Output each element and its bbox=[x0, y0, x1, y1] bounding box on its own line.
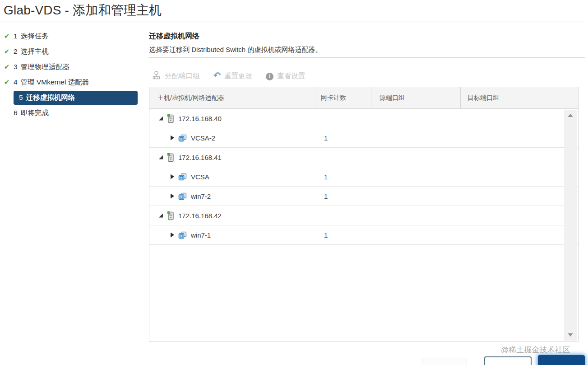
step-number: 4 bbox=[14, 78, 18, 86]
scroll-down-icon[interactable] bbox=[568, 333, 573, 337]
grid-header-row: 主机/虚拟机/网络适配器网卡计数源端口组目标端口组 bbox=[149, 87, 578, 109]
node-name: 172.16.168.41 bbox=[178, 154, 222, 161]
toolbar-undo[interactable]: ↶ 重置更改 bbox=[213, 71, 253, 81]
nic-count-cell: 1 bbox=[316, 192, 371, 200]
vm-icon bbox=[178, 231, 187, 239]
step-label: 选择主机 bbox=[21, 47, 49, 56]
name-cell: 172.16.168.40 bbox=[149, 114, 316, 123]
title-divider bbox=[0, 22, 585, 22]
host-icon bbox=[167, 153, 174, 162]
node-name: 172.16.168.42 bbox=[178, 212, 222, 220]
panel-heading: 迁移虚拟机网络 bbox=[149, 32, 199, 41]
sidebar-step-4[interactable]: ✔ 4 管理 VMkernel 适配器 bbox=[0, 75, 149, 90]
cancel-button[interactable] bbox=[422, 359, 467, 365]
step-number: 3 bbox=[14, 63, 18, 71]
sidebar-step-6[interactable]: ✔ 6 即将完成 bbox=[0, 105, 149, 121]
sidebar-step-2[interactable]: ✔ 2 选择主机 bbox=[0, 44, 149, 59]
host-icon bbox=[167, 211, 174, 220]
sidebar-step-1[interactable]: ✔ 1 选择任务 bbox=[0, 28, 149, 44]
scroll-up-icon[interactable] bbox=[568, 114, 573, 117]
node-name: VCSA-2 bbox=[191, 134, 215, 142]
vm-row[interactable]: VCSA-2 1 bbox=[149, 128, 578, 148]
toolbar-button-label: 查看设置 bbox=[277, 71, 305, 81]
expand-toggle-icon[interactable] bbox=[171, 233, 174, 238]
name-cell: 172.16.168.42 bbox=[149, 211, 316, 220]
collapse-toggle-icon[interactable] bbox=[159, 117, 163, 121]
page-title: Glab-VDS - 添加和管理主机 bbox=[4, 2, 162, 19]
back-button[interactable] bbox=[484, 356, 532, 365]
undo-icon: ↶ bbox=[213, 71, 221, 80]
toolbar-button-label: 分配端口组 bbox=[165, 71, 200, 81]
add-and-manage-hosts-wizard: { "window": { "title": "Glab-VDS - 添加和管理… bbox=[0, 0, 588, 365]
step-number: 1 bbox=[14, 32, 18, 40]
vm-icon bbox=[178, 192, 187, 200]
column-header-2[interactable]: 源端口组 bbox=[371, 87, 461, 108]
step-label: 即将完成 bbox=[21, 108, 49, 118]
nic-count-cell: 1 bbox=[316, 173, 371, 181]
host-row[interactable]: 172.16.168.42 bbox=[149, 206, 578, 225]
host-row[interactable]: 172.16.168.41 bbox=[149, 148, 578, 167]
panel-description: 选择要迁移到 Distributed Switch 的虚拟机或网络适配器。 bbox=[149, 46, 322, 54]
step-check-icon: ✔ bbox=[0, 63, 14, 71]
name-cell: win7-1 bbox=[149, 231, 316, 239]
toolbar-info[interactable]: i 查看设置 bbox=[266, 71, 305, 81]
node-name: win7-2 bbox=[191, 192, 211, 200]
table-toolbar: 分配端口组 ↶ 重置更改 i 查看设置 bbox=[152, 69, 305, 83]
node-name: VCSA bbox=[191, 173, 209, 181]
step-check-icon: ✔ bbox=[0, 78, 14, 86]
step-check-icon: ✔ bbox=[0, 32, 14, 40]
step-check-icon: ✔ bbox=[0, 47, 14, 56]
toolbar-button-label: 重置更改 bbox=[224, 71, 252, 81]
vm-row[interactable]: win7-2 1 bbox=[149, 187, 578, 206]
expand-toggle-icon[interactable] bbox=[171, 194, 174, 199]
vm-row[interactable]: win7-1 1 bbox=[149, 225, 578, 245]
info-icon: i bbox=[266, 72, 273, 80]
name-cell: win7-2 bbox=[149, 192, 316, 200]
next-button[interactable] bbox=[538, 355, 585, 365]
step-label: 管理 VMkernel 适配器 bbox=[21, 78, 89, 87]
step-number: 2 bbox=[14, 47, 18, 56]
sidebar-step-5[interactable]: ✔ 5 迁移虚拟机网络 bbox=[0, 90, 149, 105]
expand-toggle-icon[interactable] bbox=[171, 136, 174, 140]
node-name: win7-1 bbox=[191, 231, 211, 239]
info-icon: i bbox=[266, 73, 273, 80]
step-number: 5 bbox=[19, 94, 23, 102]
step-label: 管理物理适配器 bbox=[21, 62, 70, 72]
step-number: 6 bbox=[14, 109, 18, 117]
vm-row[interactable]: VCSA 1 bbox=[149, 167, 578, 187]
node-name: 172.16.168.40 bbox=[178, 115, 222, 122]
grid-body: 172.16.168.40 VCSA-2 1 172.16.168.41 VCS… bbox=[149, 109, 578, 342]
name-cell: 172.16.168.41 bbox=[149, 153, 316, 162]
watermark: @稀土掘金技术社区 bbox=[501, 345, 570, 355]
vm-icon bbox=[178, 173, 187, 181]
sidebar-step-3[interactable]: ✔ 3 管理物理适配器 bbox=[0, 59, 149, 75]
undo-icon: ↶ bbox=[213, 70, 221, 80]
vm-icon bbox=[178, 134, 187, 142]
toolbar-assign-port-group[interactable]: 分配端口组 bbox=[152, 70, 200, 82]
column-header-0[interactable]: 主机/虚拟机/网络适配器 bbox=[149, 87, 316, 108]
host-icon bbox=[167, 114, 174, 123]
step-label: 迁移虚拟机网络 bbox=[26, 93, 75, 103]
nic-count-cell: 1 bbox=[316, 134, 371, 142]
vm-network-grid: 主机/虚拟机/网络适配器网卡计数源端口组目标端口组 172.16.168.40 … bbox=[149, 87, 579, 342]
column-header-3[interactable]: 目标端口组 bbox=[461, 87, 578, 108]
name-cell: VCSA bbox=[149, 173, 316, 181]
expand-toggle-icon[interactable] bbox=[171, 174, 174, 179]
host-row[interactable]: 172.16.168.40 bbox=[149, 109, 578, 128]
collapse-toggle-icon[interactable] bbox=[159, 155, 163, 159]
panel-divider bbox=[149, 57, 585, 58]
nic-count-cell: 1 bbox=[316, 231, 371, 239]
column-header-1[interactable]: 网卡计数 bbox=[316, 87, 371, 108]
name-cell: VCSA-2 bbox=[149, 134, 316, 142]
vertical-scrollbar[interactable] bbox=[564, 110, 577, 341]
step-label: 选择任务 bbox=[21, 32, 49, 41]
wizard-steps-sidebar: ✔ 1 选择任务 ✔ 2 选择主机 ✔ 3 管理物理适配器 ✔ 4 管理 VMk… bbox=[0, 28, 149, 121]
collapse-toggle-icon[interactable] bbox=[159, 214, 163, 218]
assign-port-group-icon bbox=[152, 70, 161, 82]
